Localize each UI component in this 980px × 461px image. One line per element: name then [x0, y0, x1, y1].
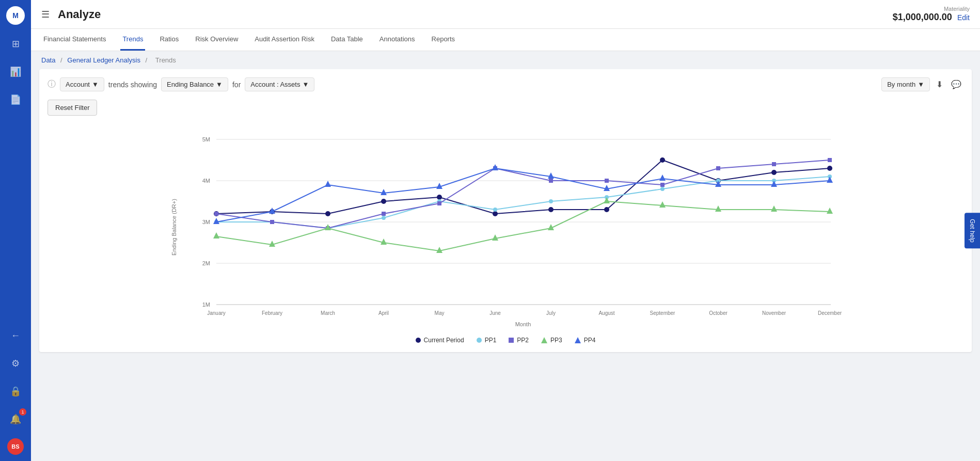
- svg-text:July: July: [546, 310, 556, 316]
- svg-text:February: February: [262, 310, 282, 316]
- tab-ratios[interactable]: Ratios: [157, 29, 181, 51]
- svg-marker-73: [213, 218, 219, 224]
- svg-rect-53: [437, 201, 441, 205]
- ending-balance-dropdown[interactable]: Ending Balance ▼: [161, 77, 228, 91]
- sidebar-icon-settings[interactable]: ⚙: [8, 355, 23, 372]
- sidebar-icon-chart[interactable]: 📊: [7, 63, 24, 81]
- svg-point-35: [771, 170, 777, 175]
- sidebar-icon-lock[interactable]: 🔒: [7, 383, 24, 400]
- svg-rect-60: [828, 158, 832, 162]
- main-content: ☰ Analyze Materiality $1,000,000.00 Edit…: [31, 0, 980, 461]
- svg-text:May: May: [435, 310, 445, 316]
- svg-text:December: December: [818, 310, 842, 316]
- svg-rect-56: [605, 179, 609, 183]
- svg-text:October: October: [709, 310, 728, 316]
- svg-text:2M: 2M: [202, 260, 210, 266]
- tab-trends[interactable]: Trends: [120, 29, 145, 51]
- legend-current-period: Current Period: [416, 337, 464, 344]
- account-dropdown[interactable]: Account ▼: [60, 77, 104, 91]
- svg-point-30: [493, 211, 498, 216]
- svg-text:4M: 4M: [202, 178, 210, 184]
- sidebar-icon-table[interactable]: ⊞: [9, 35, 23, 53]
- breadcrumb-general-ledger[interactable]: General Ledger Analysis: [67, 56, 140, 64]
- account-assets-dropdown[interactable]: Account : Assets ▼: [245, 77, 314, 91]
- svg-text:June: June: [489, 310, 501, 316]
- tab-risk-overview[interactable]: Risk Overview: [193, 29, 240, 51]
- svg-marker-75: [325, 181, 331, 187]
- svg-rect-52: [382, 212, 386, 216]
- for-text: for: [232, 81, 241, 89]
- svg-marker-70: [715, 205, 721, 212]
- materiality-value: $1,000,000.00: [893, 12, 952, 23]
- trends-card: ⓘ Account ▼ trends showing Ending Balanc…: [39, 69, 972, 352]
- tab-reports[interactable]: Reports: [430, 29, 457, 51]
- svg-point-32: [604, 207, 609, 212]
- edit-link[interactable]: Edit: [957, 13, 970, 22]
- get-help-button[interactable]: Get help: [965, 213, 980, 248]
- sidebar-icon-back[interactable]: ←: [8, 327, 23, 344]
- sidebar-icon-file[interactable]: 📄: [7, 91, 24, 108]
- svg-text:5M: 5M: [202, 136, 210, 142]
- tab-annotations[interactable]: Annotations: [377, 29, 417, 51]
- svg-text:April: April: [378, 310, 389, 316]
- svg-marker-81: [659, 174, 666, 181]
- svg-rect-57: [660, 183, 665, 187]
- breadcrumb-separator-2: /: [146, 56, 149, 64]
- svg-marker-68: [604, 197, 610, 203]
- svg-marker-69: [659, 201, 666, 208]
- svg-point-45: [660, 187, 665, 191]
- legend-pp4: PP4: [575, 337, 596, 344]
- topbar: ☰ Analyze Materiality $1,000,000.00 Edit: [31, 0, 980, 29]
- tab-financial-statements[interactable]: Financial Statements: [41, 29, 108, 51]
- svg-point-28: [381, 199, 386, 204]
- download-button[interactable]: ⬇: [934, 77, 945, 91]
- svg-point-42: [493, 208, 497, 212]
- breadcrumb-separator-1: /: [60, 56, 64, 64]
- svg-point-36: [827, 166, 832, 171]
- notification-badge: 1: [19, 408, 26, 416]
- svg-marker-80: [604, 185, 610, 191]
- svg-point-40: [382, 216, 386, 220]
- filter-right: By month ▼ ⬇ 💬: [881, 77, 963, 91]
- svg-marker-76: [381, 189, 387, 195]
- legend-pp2: PP2: [509, 337, 529, 344]
- svg-text:1M: 1M: [202, 301, 210, 308]
- svg-rect-55: [549, 179, 553, 183]
- menu-icon[interactable]: ☰: [41, 9, 50, 20]
- svg-text:Month: Month: [515, 321, 531, 327]
- breadcrumb-data[interactable]: Data: [41, 56, 55, 64]
- svg-marker-66: [492, 234, 498, 241]
- svg-point-33: [660, 157, 665, 163]
- svg-text:August: August: [598, 310, 614, 316]
- comment-button[interactable]: 💬: [949, 77, 963, 91]
- tab-audit-assertion-risk[interactable]: Audit Assertion Risk: [252, 29, 317, 51]
- reset-filter-button[interactable]: Reset Filter: [48, 100, 97, 116]
- materiality-box: Materiality $1,000,000.00 Edit: [893, 6, 970, 23]
- tab-data-table[interactable]: Data Table: [329, 29, 365, 51]
- svg-point-31: [548, 207, 554, 212]
- page-title: Analyze: [58, 8, 884, 21]
- legend-pp1: PP1: [477, 337, 497, 344]
- svg-marker-84: [827, 177, 833, 183]
- nav-tabs: Financial Statements Trends Ratios Risk …: [31, 29, 980, 51]
- svg-rect-50: [270, 220, 274, 224]
- svg-marker-61: [213, 232, 219, 239]
- sidebar: M ⊞ 📊 📄 ← ⚙ 🔒 🔔 1 BS: [0, 0, 31, 461]
- svg-text:March: March: [321, 310, 335, 316]
- content-area: ⓘ Account ▼ trends showing Ending Balanc…: [31, 69, 980, 461]
- info-icon[interactable]: ⓘ: [48, 79, 56, 90]
- svg-marker-85: [541, 337, 547, 343]
- logo[interactable]: M: [6, 6, 25, 25]
- svg-text:January: January: [207, 310, 226, 316]
- svg-marker-65: [436, 247, 442, 253]
- svg-point-43: [549, 199, 553, 203]
- svg-marker-79: [548, 172, 554, 179]
- svg-text:Ending Balance (DR+): Ending Balance (DR+): [171, 199, 177, 256]
- by-month-dropdown[interactable]: By month ▼: [881, 77, 930, 91]
- svg-text:3M: 3M: [202, 219, 210, 225]
- svg-marker-86: [575, 337, 581, 343]
- avatar[interactable]: BS: [7, 438, 24, 455]
- trends-chart: Ending Balance (DR+) 1M 2M 3M 4M 5M: [48, 124, 963, 330]
- svg-text:November: November: [762, 310, 786, 316]
- chart-container: Ending Balance (DR+) 1M 2M 3M 4M 5M: [48, 124, 963, 344]
